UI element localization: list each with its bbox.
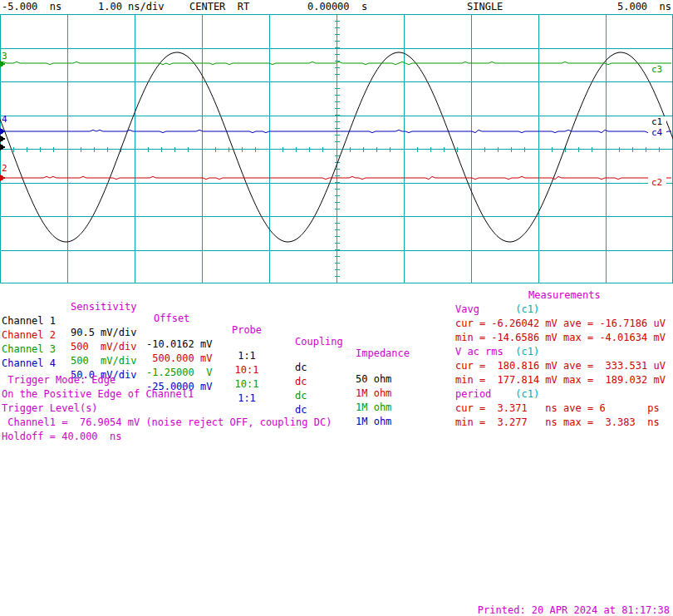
- channel-sensitivity: 500 mV/div: [71, 341, 136, 352]
- channel-offset: -10.0162 mV: [146, 338, 212, 350]
- channel-sensitivity: 500 mV/div: [71, 355, 136, 367]
- channel-number-marker: 2: [2, 163, 7, 174]
- trigger-level-value: Channel1 = 76.9054 mV (noise reject OFF,…: [2, 416, 332, 431]
- measurement-row: min = 3.277 ns max = 3.383 ns: [455, 416, 660, 431]
- window-stop-time: 5.000 ns: [617, 1, 671, 12]
- channel-offset: 500.000 mV: [146, 352, 212, 364]
- trigger-holdoff-line: Holdoff = 40.000 ns: [2, 431, 122, 445]
- trace-label-c4: c4: [651, 127, 663, 138]
- channel-coupling: dc: [295, 376, 307, 387]
- readout-area: Sensitivity Offset Probe Coupling Impeda…: [2, 288, 671, 455]
- channel-offset: -1.25000 V: [146, 367, 212, 378]
- measurement-row: cur = 180.816 mV ave = 333.531 uV: [455, 360, 666, 374]
- channel-probe: 1:1: [228, 350, 266, 362]
- channel-probe: 1:1: [228, 392, 266, 404]
- measurement-row: cur = 3.371 ns ave = 6 ps: [455, 402, 660, 416]
- col-header-impedance: Impedance: [356, 347, 410, 359]
- col-header-coupling: Coupling: [295, 336, 343, 347]
- channel-impedance: 1M ohm: [356, 387, 391, 399]
- channel-2-row: Channel 2 500 mV/div 500.000 mV 10:1 dc …: [2, 318, 37, 332]
- trigger-edge-line: On the Positive Edge of Channel1: [2, 388, 194, 402]
- channel-coupling: dc: [295, 404, 307, 416]
- col-header-sensitivity: Sensitivity: [71, 301, 136, 313]
- measurement-group-label: period(c1): [455, 388, 539, 402]
- measurements-title: Measurements: [528, 289, 601, 303]
- trigger-levels-line: Trigger Level(s): [2, 402, 98, 416]
- measurement-name: period: [455, 388, 515, 400]
- measurement-name: V ac rms: [455, 346, 515, 357]
- channel-3-row: Channel 3 500 mV/div -1.25000 V 10:1 dc …: [2, 332, 37, 346]
- trace-channel-2: [0, 176, 671, 179]
- settings-header-row: Sensitivity Offset Probe Coupling Impeda…: [2, 289, 37, 303]
- acquisition-mode: SINGLE: [467, 1, 503, 12]
- channel-coupling: dc: [295, 390, 307, 402]
- channel-sensitivity: 90.5 mV/div: [71, 327, 136, 338]
- channel-number-marker: 4: [2, 114, 7, 125]
- trace-channel-3: [0, 62, 671, 64]
- measurement-group-label: Vavg(c1): [455, 303, 539, 318]
- channel-impedance: 1M ohm: [356, 402, 391, 413]
- level-marker-icon: [0, 136, 6, 142]
- channel-coupling: dc: [295, 362, 307, 373]
- measurement-source: (c1): [515, 346, 539, 357]
- window-start-time: -5.000 ns: [2, 1, 61, 12]
- channel-probe: 10:1: [228, 378, 266, 390]
- channel-name: Channel 4: [2, 357, 56, 369]
- measurement-group-label: V ac rms(c1): [455, 346, 539, 360]
- channel-impedance: 50 ohm: [356, 373, 391, 385]
- measurement-row: min = 177.814 mV max = 189.032 mV: [455, 374, 666, 388]
- trace-label-c3: c3: [651, 64, 662, 75]
- channel-impedance: 1M ohm: [356, 416, 391, 427]
- level-marker-icon: [0, 175, 6, 181]
- measurement-name: Vavg: [455, 303, 515, 315]
- col-header-probe: Probe: [228, 324, 266, 336]
- trace-label-c2: c2: [651, 177, 662, 188]
- delay-time: 0.00000 s: [307, 1, 367, 12]
- measurement-row: cur = -6.26042 mV ave = -16.7186 uV: [455, 318, 666, 332]
- timebase-scale: 1.00 ns/div: [98, 1, 164, 12]
- reference-position: CENTER RT: [189, 1, 249, 12]
- measurement-source: (c1): [515, 303, 539, 315]
- measurement-row: min = -14.6586 mV max = -4.01634 mV: [455, 332, 666, 346]
- channel-4-row: Channel 4 50.0 mV/div -25.0000 mV 1:1 dc…: [2, 346, 37, 360]
- trace-label-c1: c1: [651, 116, 662, 127]
- graticule: c3c1c4c2342: [0, 14, 673, 283]
- trigger-mode-line: Trigger Mode: Edge: [2, 374, 115, 388]
- measurement-source: (c1): [515, 388, 539, 400]
- channel-probe: 10:1: [228, 364, 266, 376]
- col-header-offset: Offset: [154, 313, 189, 324]
- channel-number-marker: 3: [2, 51, 7, 62]
- channel-1-row: Channel 1 90.5 mV/div -10.0162 mV 1:1 dc…: [2, 303, 37, 318]
- level-marker-icon: [0, 128, 6, 135]
- oscilloscope-print: -5.000 ns 1.00 ns/div CENTER RT 0.00000 …: [0, 0, 673, 616]
- print-timestamp: Printed: 20 APR 2024 at 81:17:38: [478, 604, 670, 616]
